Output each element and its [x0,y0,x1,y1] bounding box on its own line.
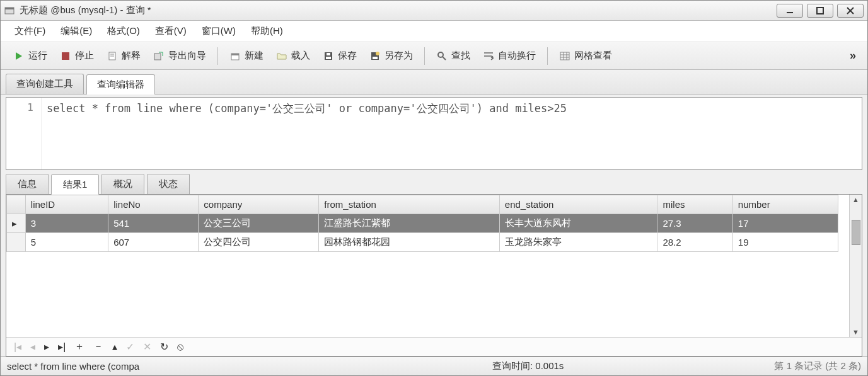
explain-button[interactable]: 解释 [100,47,147,64]
stop-button[interactable]: 停止 [54,47,100,64]
scroll-thumb[interactable] [852,220,860,245]
cell-from_station[interactable]: 江盛路长江紫都 [319,214,499,233]
tab-query-editor[interactable]: 查询编辑器 [86,74,155,94]
nav-check-icon[interactable]: ✓ [126,341,134,353]
nav-up-icon[interactable]: ▴ [112,341,117,353]
status-query-time: 查询时间: 0.001s [492,360,656,372]
svg-marker-6 [16,52,22,60]
cell-lineNo[interactable]: 541 [108,214,199,233]
table-row[interactable]: ▸3541公交三公司江盛路长江紫都长丰大道东风村27.317 [7,214,838,233]
cell-lineID[interactable]: 3 [25,214,108,233]
svg-rect-16 [327,53,330,55]
toolbar-separator [217,47,218,65]
cell-end_station[interactable]: 玉龙路朱家亭 [499,233,657,252]
cell-from_station[interactable]: 园林路钢都花园 [319,233,499,252]
tab-status[interactable]: 状态 [147,174,190,194]
col-header[interactable]: company [199,195,319,214]
tab-profile[interactable]: 概况 [101,174,144,194]
menu-file[interactable]: 文件(F) [7,23,53,40]
col-header[interactable]: end_station [499,195,657,214]
window-controls [777,4,864,18]
record-nav-bar: |◂ ◂ ▸ ▸| ＋ － ▴ ✓ ✕ ↻ ⦸ [6,337,862,356]
menu-edit[interactable]: 编辑(E) [53,23,100,40]
run-button[interactable]: 运行 [7,47,54,64]
menu-format[interactable]: 格式(O) [100,23,148,40]
title-bar: 无标题 @bus (mysql-1) - 查询 * [1,1,867,21]
nav-prev-icon[interactable]: ◂ [30,341,35,353]
col-header[interactable]: miles [657,195,732,214]
nav-remove-icon[interactable]: － [93,340,103,353]
nav-last-icon[interactable]: ▸| [58,341,66,353]
play-icon [13,50,25,62]
sql-code[interactable]: select * from line where (company='公交三公司… [42,98,862,169]
save-label: 保存 [338,50,357,62]
auto-wrap-label: 自动换行 [498,50,536,62]
export-wizard-button[interactable]: 导出向导 [147,47,212,64]
nav-refresh-icon[interactable]: ↻ [160,341,168,353]
menu-view[interactable]: 查看(V) [148,23,194,40]
vertical-scrollbar[interactable]: ▲ ▼ [849,195,862,337]
cell-miles[interactable]: 28.2 [657,233,732,252]
load-button[interactable]: 载入 [270,47,316,64]
col-header[interactable]: number [732,195,838,214]
auto-wrap-button[interactable]: 自动换行 [477,47,542,64]
col-header[interactable]: lineID [25,195,108,214]
new-button[interactable]: 新建 [223,47,270,64]
save-icon [323,50,334,62]
svg-rect-18 [373,57,378,59]
svg-rect-11 [154,54,161,60]
menu-window[interactable]: 窗口(W) [194,23,243,40]
tab-result1[interactable]: 结果1 [51,174,99,195]
cell-miles[interactable]: 27.3 [657,214,732,233]
save-as-label: 另存为 [385,50,413,62]
load-label: 载入 [291,50,310,62]
line-gutter: 1 [6,98,42,169]
scroll-down-icon[interactable]: ▼ [852,328,859,336]
status-bar: select * from line where (compa 查询时间: 0.… [1,356,867,375]
table-row[interactable]: 5607公交四公司园林路钢都花园玉龙路朱家亭28.219 [7,233,838,252]
find-button[interactable]: 查找 [430,47,477,64]
tab-info[interactable]: 信息 [6,174,49,194]
stop-icon [60,50,71,62]
tab-query-builder[interactable]: 查询创建工具 [6,74,84,94]
svg-point-19 [376,52,379,55]
cell-number[interactable]: 17 [732,214,838,233]
nav-cancel-icon[interactable]: ✕ [143,341,151,353]
close-button[interactable] [837,4,864,18]
result-table: lineID lineNo company from_station end_s… [6,195,838,252]
col-header[interactable]: lineNo [108,195,199,214]
menu-help[interactable]: 帮助(H) [243,23,291,40]
status-record-info: 第 1 条记录 (共 2 条) [656,360,861,372]
nav-stop-icon[interactable]: ⦸ [177,341,183,353]
result-grid-panel: lineID lineNo company from_station end_s… [6,194,862,356]
wrap-icon [483,50,494,62]
svg-rect-3 [817,8,823,14]
nav-add-icon[interactable]: ＋ [74,340,84,353]
status-sql-preview: select * from line where (compa [7,361,492,372]
cell-company[interactable]: 公交四公司 [199,233,319,252]
cell-company[interactable]: 公交三公司 [199,214,319,233]
explain-icon [107,50,118,62]
toolbar-separator [547,47,548,65]
toolbar-overflow-button[interactable]: » [845,49,861,62]
col-header[interactable]: from_station [319,195,499,214]
minimize-button[interactable] [777,4,803,18]
cell-lineID[interactable]: 5 [25,233,108,252]
cell-end_station[interactable]: 长丰大道东风村 [499,214,657,233]
scroll-up-icon[interactable]: ▲ [852,196,859,203]
svg-rect-1 [5,8,14,9]
line-number: 1 [6,101,33,113]
grid-scroll-area[interactable]: lineID lineNo company from_station end_s… [6,195,862,337]
cell-number[interactable]: 19 [732,233,838,252]
maximize-button[interactable] [807,4,833,18]
save-as-button[interactable]: 另存为 [363,47,419,64]
nav-first-icon[interactable]: |◂ [14,341,21,353]
grid-view-button[interactable]: 网格查看 [553,47,618,64]
save-button[interactable]: 保存 [316,47,363,64]
result-tabs: 信息 结果1 概况 状态 [6,174,862,194]
cell-lineNo[interactable]: 607 [108,233,199,252]
sql-editor[interactable]: 1 select * from line where (company='公交三… [6,97,862,170]
nav-next-icon[interactable]: ▸ [44,341,49,353]
run-label: 运行 [28,50,47,62]
svg-rect-13 [231,54,239,55]
